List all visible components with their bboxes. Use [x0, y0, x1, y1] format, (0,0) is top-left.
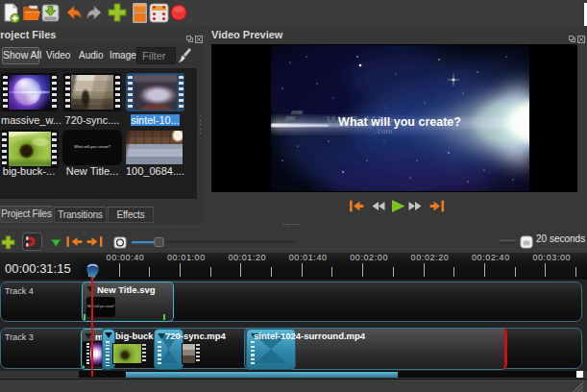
svg-text:What will you create?: What will you create? — [338, 115, 461, 129]
